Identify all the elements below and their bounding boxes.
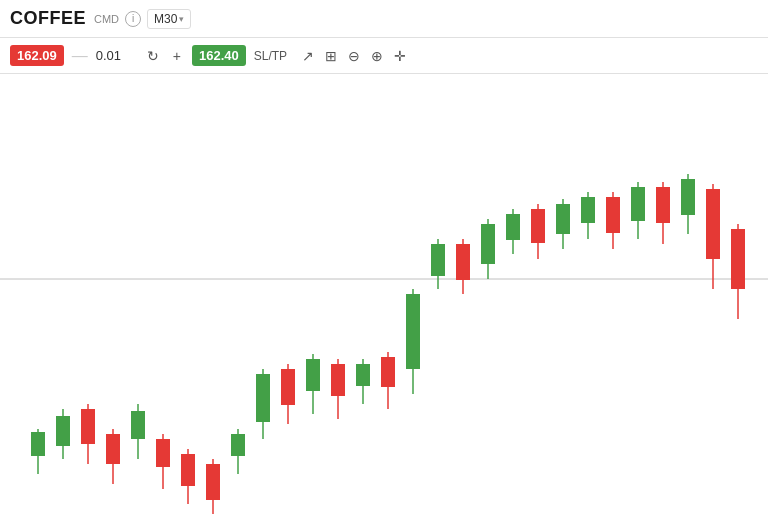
svg-rect-4 — [56, 416, 70, 446]
info-icon[interactable]: i — [125, 11, 141, 27]
refresh-icon[interactable]: ↻ — [144, 46, 162, 66]
svg-rect-26 — [331, 364, 345, 396]
toolbar-icons: ↗ ⊞ ⊖ ⊕ ✛ — [299, 46, 409, 66]
svg-rect-34 — [431, 244, 445, 276]
trend-icon[interactable]: ↗ — [299, 46, 317, 66]
svg-rect-12 — [156, 439, 170, 467]
svg-rect-48 — [606, 197, 620, 233]
svg-rect-6 — [81, 409, 95, 444]
svg-rect-58 — [731, 229, 745, 289]
symbol-type: CMD — [94, 13, 119, 25]
plus-icon[interactable]: + — [170, 46, 184, 66]
svg-rect-38 — [481, 224, 495, 264]
candlestick-chart — [0, 74, 768, 514]
svg-rect-30 — [381, 357, 395, 387]
svg-rect-32 — [406, 294, 420, 369]
sl-tp-label[interactable]: SL/TP — [254, 49, 287, 63]
symbol-name: COFFEE — [10, 8, 86, 29]
svg-rect-16 — [206, 464, 220, 500]
zoom-in-icon[interactable]: ⊕ — [368, 46, 386, 66]
timeframe-label: M30 — [154, 12, 177, 26]
svg-rect-44 — [556, 204, 570, 234]
svg-rect-54 — [681, 179, 695, 215]
chart-header: COFFEE CMD i M30 ▾ — [0, 0, 768, 38]
price-change: 0.01 — [96, 48, 136, 63]
svg-rect-56 — [706, 189, 720, 259]
svg-rect-52 — [656, 187, 670, 223]
svg-rect-14 — [181, 454, 195, 486]
svg-rect-2 — [31, 432, 45, 456]
timeframe-button[interactable]: M30 ▾ — [147, 9, 191, 29]
chevron-down-icon: ▾ — [179, 14, 184, 24]
svg-rect-24 — [306, 359, 320, 391]
svg-rect-10 — [131, 411, 145, 439]
separator: — — [72, 47, 88, 65]
svg-rect-22 — [281, 369, 295, 405]
expand-icon[interactable]: ✛ — [391, 46, 409, 66]
svg-rect-8 — [106, 434, 120, 464]
svg-rect-36 — [456, 244, 470, 280]
svg-rect-46 — [581, 197, 595, 223]
svg-rect-40 — [506, 214, 520, 240]
svg-rect-28 — [356, 364, 370, 386]
bars-icon[interactable]: ⊞ — [322, 46, 340, 66]
svg-rect-20 — [256, 374, 270, 422]
zoom-out-icon[interactable]: ⊖ — [345, 46, 363, 66]
svg-rect-42 — [531, 209, 545, 243]
svg-rect-50 — [631, 187, 645, 221]
current-price-badge: 162.09 — [10, 45, 64, 66]
bid-price-badge: 162.40 — [192, 45, 246, 66]
chart-area[interactable] — [0, 74, 768, 514]
price-toolbar: 162.09 — 0.01 ↻ + 162.40 SL/TP ↗ ⊞ ⊖ ⊕ ✛ — [0, 38, 768, 74]
svg-rect-18 — [231, 434, 245, 456]
